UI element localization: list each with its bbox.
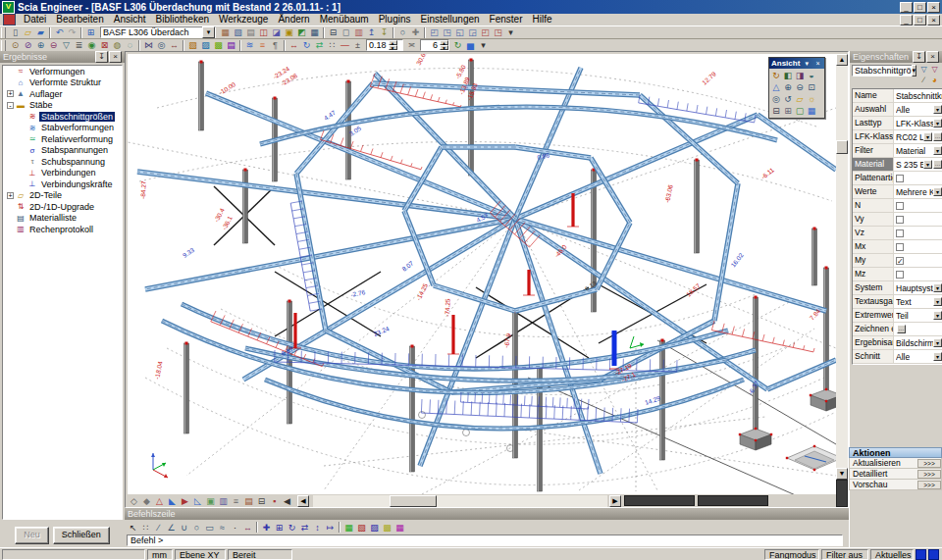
tree-item-2d-teile[interactable]: +▱2D-Teile <box>3 190 122 202</box>
snap-icon[interactable]: ∷ <box>326 39 339 51</box>
calc-4-icon[interactable]: ▩ <box>381 522 393 534</box>
point-grid-icon[interactable]: ∷ <box>139 522 152 534</box>
property-row-lasttyp[interactable]: LasttypLFK-Klasse▾ <box>853 117 942 130</box>
layers-icon[interactable]: ≣ <box>73 39 85 51</box>
property-row-system[interactable]: SystemHauptsyste▾ <box>853 281 942 295</box>
calc-1-icon[interactable]: ▦ <box>342 522 355 534</box>
zoom-tool-icon[interactable]: ○ <box>396 26 409 38</box>
wireframe-icon[interactable]: ≋ <box>243 39 256 51</box>
table-icon[interactable]: ▦ <box>308 26 321 38</box>
menu-plugins[interactable]: Plugins <box>374 14 416 25</box>
measure-icon[interactable]: ↔ <box>168 39 181 51</box>
close-panel-icon[interactable]: × <box>926 51 939 63</box>
select-arrow-icon[interactable]: ↖ <box>127 522 139 534</box>
property-value[interactable]: Material▾ <box>894 144 942 157</box>
rotate-view-icon[interactable]: ↻ <box>770 70 782 81</box>
action-more-button[interactable]: >>> <box>917 481 941 489</box>
ellipsis-button[interactable]: … <box>897 325 906 333</box>
property-value[interactable] <box>894 227 942 239</box>
tree-item-materialliste[interactable]: ▤Materialliste <box>3 213 122 225</box>
tree-item-2d-1d-upgrade[interactable]: ⇅2D-/1D-Upgrade <box>3 201 122 213</box>
flag-icon[interactable]: ▶ <box>179 495 191 507</box>
property-value[interactable]: S 235 Besta▾… <box>894 158 942 171</box>
property-type-combo[interactable]: Stabschnittgrö ▾ <box>852 65 916 76</box>
zoom-all-icon[interactable]: ◎ <box>770 93 782 105</box>
photo-icon[interactable]: ▤ <box>242 495 255 507</box>
tree-item-verbindungskr-fte[interactable]: ⊥Verbindungskräfte <box>3 178 122 190</box>
zoom-selection-icon[interactable]: ◎ <box>155 39 168 51</box>
dimension-icon[interactable]: ↔ <box>241 522 254 534</box>
save-icon[interactable]: ▰ <box>34 26 47 38</box>
property-value[interactable]: Stabschnittkr... <box>894 89 942 102</box>
view-toolbar-dropdown-icon[interactable]: ▾ <box>803 60 811 68</box>
layout-frame-6-icon[interactable]: ◳ <box>492 26 504 38</box>
property-value[interactable] <box>894 199 942 212</box>
structural-model-view[interactable]: -10.00-23.24-23.08-5.80-84.27-30.4-36.12… <box>128 54 836 494</box>
chart-icon[interactable]: ▅ <box>464 39 477 51</box>
property-row-name[interactable]: NameStabschnittkr... <box>853 89 942 103</box>
vertical-scrollbar[interactable]: ▲ ▼ <box>836 54 848 480</box>
checkbox-checked[interactable]: ✓ <box>896 257 904 265</box>
combo-arrow-icon[interactable]: ▾ <box>933 119 942 127</box>
status-color-box-1[interactable] <box>916 549 926 560</box>
stretch-cmd-icon[interactable]: ↦ <box>324 522 337 534</box>
combo-arrow-icon[interactable]: ▾ <box>933 283 942 292</box>
line-width-icon[interactable]: — <box>339 39 351 51</box>
property-value[interactable]: Alle▾ <box>894 350 942 363</box>
pin-icon[interactable]: ↧ <box>913 51 925 63</box>
menu-bibliotheken[interactable]: Bibliotheken <box>151 14 214 25</box>
import-icon[interactable]: ↧ <box>378 26 391 38</box>
print-preview-icon[interactable]: ◻ <box>340 26 352 38</box>
filter-icon[interactable]: ▽ <box>60 39 73 51</box>
layout-frame-4-icon[interactable]: ◲ <box>466 26 479 38</box>
view-top-icon[interactable]: ◒ <box>806 70 817 81</box>
combo-arrow-icon[interactable]: ▾ <box>933 146 942 155</box>
zoom-out-icon[interactable]: ⊖ <box>794 81 806 93</box>
zoom-previous-icon[interactable]: ↺ <box>782 93 794 105</box>
menu-menübaum[interactable]: Menübaum <box>315 14 374 25</box>
property-row-n[interactable]: N <box>853 199 942 213</box>
activity-1-icon[interactable]: ▧ <box>186 39 199 51</box>
lock-icon[interactable]: ◍ <box>111 39 124 51</box>
horizontal-scrollbar[interactable] <box>313 495 607 507</box>
print-viewport-icon[interactable]: ⊟ <box>255 495 268 507</box>
collapse-icon[interactable]: ◀ <box>281 495 293 507</box>
layout-frame-5-icon[interactable]: ◰ <box>479 26 492 38</box>
mdi-close-button[interactable]: × <box>927 15 940 25</box>
render-mode-icon[interactable]: ▣ <box>204 495 217 507</box>
toolbar2-more-icon[interactable]: ▾ <box>477 39 490 51</box>
line-icon[interactable]: ∕ <box>152 522 165 534</box>
named-selection-icon[interactable]: ⋈ <box>142 39 155 51</box>
restore-button[interactable]: □ <box>914 2 926 13</box>
command-input[interactable]: Befehl > <box>127 535 843 546</box>
checkbox-unchecked[interactable] <box>896 243 904 251</box>
status-current-layer[interactable]: Aktuelles B <box>870 549 914 560</box>
screen-icon[interactable]: ▢ <box>794 105 806 117</box>
shading-icon[interactable]: ◆ <box>140 495 153 507</box>
menu-bearbeiten[interactable]: Bearbeiten <box>51 14 108 25</box>
ellipsis-button[interactable]: … <box>933 132 942 141</box>
property-row-vz[interactable]: Vz <box>853 227 942 240</box>
circle-icon[interactable]: ○ <box>190 522 203 534</box>
pan-tool-icon[interactable]: ✚ <box>409 26 422 38</box>
scroll-left-arrow[interactable]: ◀ <box>297 495 309 507</box>
open-view-icon[interactable]: ▱ <box>794 93 806 105</box>
property-value[interactable]: ✓ <box>894 254 942 267</box>
action-row-vorschau[interactable]: Vorschau>>> <box>849 480 942 490</box>
menu-datei[interactable]: Datei <box>19 14 51 25</box>
unlock-icon[interactable]: ◌ <box>124 39 136 51</box>
property-row-schnitt[interactable]: SchnittAlle▾ <box>853 350 942 364</box>
menu-ansicht[interactable]: Ansicht <box>109 14 151 25</box>
tree-item-rechenprotokoll[interactable]: ▥Rechenprotokoll <box>3 224 122 235</box>
layout-frame-1-icon[interactable]: ◰ <box>428 26 441 38</box>
count-spinner[interactable]: 6 ▲▼ <box>420 39 449 51</box>
combo-arrow-icon[interactable]: ▾ <box>933 105 942 114</box>
mirror-icon[interactable]: ⇄ <box>313 39 326 51</box>
export-icon[interactable]: ↥ <box>365 26 378 38</box>
property-value[interactable]: Text▾ <box>894 295 942 308</box>
paste-icon[interactable]: ▣ <box>283 26 295 38</box>
calculation-icon[interactable]: ▦ <box>219 26 232 38</box>
tree-item-verbindungen[interactable]: ⊥Verbindungen <box>3 168 122 179</box>
tree-item-stabverformungen[interactable]: ≋Stabverformungen <box>3 123 122 134</box>
close-tree-button[interactable]: Schließen <box>53 527 110 544</box>
